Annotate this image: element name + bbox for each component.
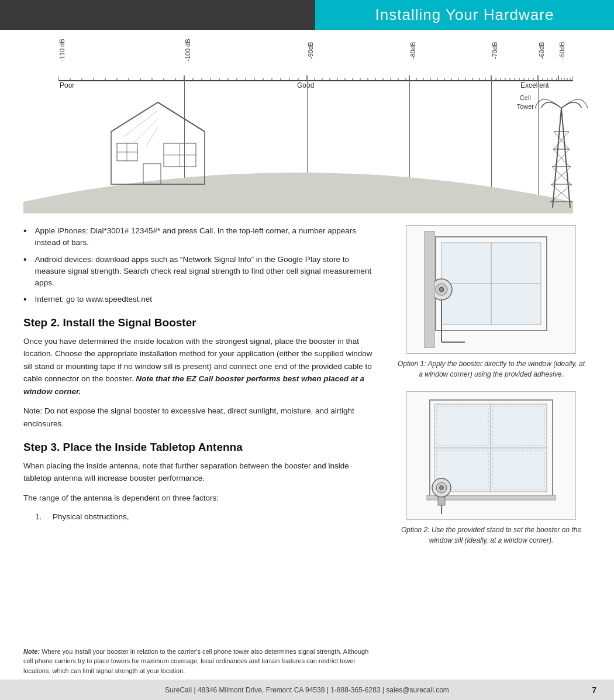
- svg-line-90: [553, 108, 561, 208]
- svg-line-91: [561, 108, 570, 208]
- page-title: Installing Your Hardware: [375, 6, 554, 24]
- option2-caption: Option 2: Use the provided stand to set …: [389, 525, 594, 546]
- svg-text:Excellent: Excellent: [520, 81, 549, 89]
- svg-line-81: [134, 119, 158, 142]
- svg-line-78: [158, 102, 205, 132]
- footer-text: SureCall | 48346 Milmont Drive, Fremont …: [165, 686, 449, 694]
- db-label-50: -50dB: [558, 35, 565, 67]
- bottom-note: Note: Where you install your booster in …: [23, 647, 374, 676]
- option1-image: [406, 225, 576, 354]
- step3-numbered-list: 1. Physical obstructions,: [35, 511, 374, 523]
- numbered-item-1: 1. Physical obstructions,: [35, 511, 374, 523]
- footer-page-number: 7: [592, 685, 596, 695]
- bullet-dot-3: •: [23, 295, 27, 304]
- bullet-item-3: • Internet: go to www.speedtest.net: [23, 294, 374, 305]
- svg-text:Good: Good: [297, 81, 314, 89]
- svg-rect-89: [143, 164, 161, 184]
- bullet-dot-2: •: [23, 255, 27, 264]
- db-label-80: -80dB: [409, 35, 416, 67]
- house-illustration: [99, 96, 216, 190]
- left-header-bar: [0, 0, 315, 30]
- option2-svg: [424, 397, 558, 514]
- option1-caption: Option 1: Apply the booster directly to …: [389, 358, 594, 380]
- option2-image: [406, 391, 576, 520]
- db-label-110: -110 dB: [58, 35, 65, 67]
- step3-heading: Step 3. Place the Inside Tabletop Antenn…: [23, 441, 374, 454]
- right-column: Option 1: Apply the booster directly to …: [389, 225, 594, 546]
- step2-heading: Step 2. Install the Signal Booster: [23, 316, 374, 329]
- step2-note: Note: Do not expose the signal booster t…: [23, 405, 374, 430]
- svg-line-79: [111, 102, 158, 132]
- db-label-70: -70dB: [491, 35, 498, 67]
- signal-diagram: -110 dB -100 dB -90dB -80dB -70dB -60dB …: [23, 35, 591, 216]
- cell-tower-label: CellTower: [517, 94, 534, 112]
- page-header: Installing Your Hardware: [315, 0, 614, 30]
- svg-point-111: [439, 287, 444, 292]
- cell-tower-illustration: [535, 91, 588, 208]
- svg-text:Poor: Poor: [60, 81, 74, 89]
- svg-rect-114: [424, 231, 434, 348]
- svg-rect-127: [438, 497, 445, 505]
- signal-ruler: Poor Good Excellent: [58, 72, 573, 89]
- bullet-item-1: • Apple iPhones: Dial*3001# 12345#* and …: [23, 225, 374, 249]
- svg-point-126: [440, 486, 444, 490]
- db-label-60: -60dB: [538, 35, 545, 67]
- svg-line-82: [146, 127, 158, 146]
- bullet-dot-1: •: [23, 226, 27, 236]
- step3-body2: The range of the antenna is dependent on…: [23, 492, 374, 505]
- step3-body1: When placing the inside antenna, note th…: [23, 460, 374, 485]
- bullet-list: • Apple iPhones: Dial*3001# 12345#* and …: [23, 225, 374, 306]
- db-label-90: -90dB: [307, 35, 314, 67]
- footer-bar: SureCall | 48346 Milmont Drive, Fremont …: [0, 680, 614, 700]
- step2-body1: Once you have determined the inside loca…: [23, 335, 374, 398]
- db-labels-row: -110 dB -100 dB -90dB -80dB -70dB -60dB …: [58, 35, 573, 73]
- bullet-item-2: • Android devices: download apps such as…: [23, 254, 374, 289]
- option1-svg: [424, 231, 558, 348]
- db-label-100: -100 dB: [184, 35, 191, 67]
- content-area: • Apple iPhones: Dial*3001# 12345#* and …: [23, 225, 374, 528]
